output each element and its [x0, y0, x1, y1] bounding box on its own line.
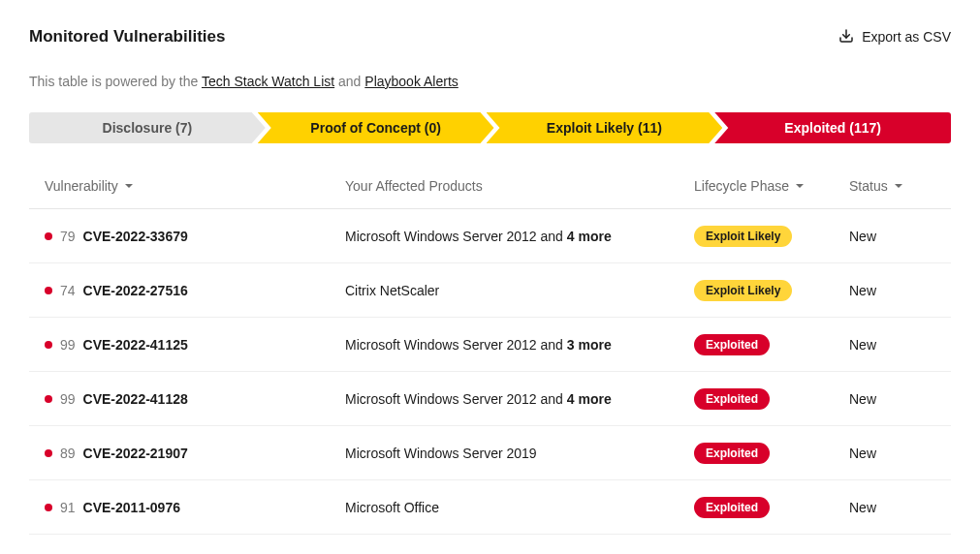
product-name: Microsoft Office [345, 500, 439, 515]
risk-score: 74 [60, 283, 76, 298]
badge-exploited: Exploited [694, 497, 770, 518]
tech-stack-link[interactable]: Tech Stack Watch List [202, 74, 334, 89]
lifecycle-cell: Exploited [694, 497, 849, 518]
status-cell: New [849, 229, 935, 244]
lifecycle-cell: Exploited [694, 334, 849, 355]
risk-score: 99 [60, 391, 76, 407]
severity-dot-icon [45, 287, 52, 294]
tab-exploit-likely[interactable]: Exploit Likely (11) [487, 112, 723, 143]
badge-exploited: Exploited [694, 388, 770, 410]
tab-likely-label: Exploit Likely (11) [547, 120, 662, 136]
table-body: 79CVE-2022-33679Microsoft Windows Server… [29, 209, 951, 535]
severity-dot-icon [45, 449, 52, 457]
page-header: Monitored Vulnerabilities Export as CSV [29, 27, 951, 46]
product-name: Citrix NetScaler [345, 283, 439, 298]
table-row[interactable]: 99CVE-2022-41128Microsoft Windows Server… [29, 372, 951, 426]
tab-disclosure[interactable]: Disclosure (7) [29, 112, 266, 143]
cve-id[interactable]: CVE-2022-41125 [83, 337, 188, 353]
product-more[interactable]: 4 more [567, 229, 612, 244]
export-label: Export as CSV [862, 29, 951, 45]
lifecycle-cell: Exploited [694, 443, 849, 464]
status-cell: New [849, 337, 935, 353]
badge-exploit-likely: Exploit Likely [694, 280, 792, 301]
cve-id[interactable]: CVE-2022-41128 [83, 391, 188, 407]
lifecycle-cell: Exploit Likely [694, 280, 849, 301]
table-row[interactable]: 74CVE-2022-27516Citrix NetScalerExploit … [29, 263, 951, 318]
vulnerability-cell: 91CVE-2011-0976 [45, 500, 345, 515]
badge-exploit-likely: Exploit Likely [694, 226, 792, 247]
subtext-mid: and [334, 74, 364, 89]
lifecycle-cell: Exploited [694, 388, 849, 410]
vulnerability-cell: 99CVE-2022-41128 [45, 391, 345, 407]
product-more[interactable]: 3 more [567, 337, 612, 353]
table-header: Vulnerability Your Affected Products Lif… [29, 163, 951, 209]
column-lifecycle[interactable]: Lifecycle Phase [694, 178, 849, 194]
tab-proof-of-concept[interactable]: Proof of Concept (0) [258, 112, 494, 143]
badge-exploited: Exploited [694, 334, 770, 355]
table-row[interactable]: 99CVE-2022-41125Microsoft Windows Server… [29, 318, 951, 372]
cve-id[interactable]: CVE-2022-33679 [83, 229, 188, 244]
status-cell: New [849, 500, 935, 515]
tab-disclosure-label: Disclosure (7) [103, 120, 193, 136]
risk-score: 79 [60, 229, 76, 244]
badge-exploited: Exploited [694, 443, 770, 464]
download-icon [838, 28, 854, 46]
column-products: Your Affected Products [345, 178, 694, 194]
cve-id[interactable]: CVE-2022-27516 [83, 283, 188, 298]
vulnerability-cell: 99CVE-2022-41125 [45, 337, 345, 353]
table-row[interactable]: 91CVE-2011-0976Microsoft OfficeExploited… [29, 480, 951, 535]
column-products-label: Your Affected Products [345, 178, 483, 194]
column-vulnerability-label: Vulnerability [45, 178, 118, 194]
severity-dot-icon [45, 395, 52, 403]
products-cell: Microsoft Windows Server 2012 and 3 more [345, 337, 694, 353]
export-csv-button[interactable]: Export as CSV [838, 28, 951, 46]
vulnerability-cell: 89CVE-2022-21907 [45, 446, 345, 461]
vulnerability-cell: 74CVE-2022-27516 [45, 283, 345, 298]
column-lifecycle-label: Lifecycle Phase [694, 178, 789, 194]
chevron-down-icon [894, 178, 903, 194]
cve-id[interactable]: CVE-2022-21907 [83, 446, 188, 461]
status-cell: New [849, 446, 935, 461]
status-cell: New [849, 391, 935, 407]
table-row[interactable]: 89CVE-2022-21907Microsoft Windows Server… [29, 426, 951, 480]
product-name: Microsoft Windows Server 2012 and [345, 337, 567, 353]
products-cell: Microsoft Windows Server 2019 [345, 446, 694, 461]
products-cell: Citrix NetScaler [345, 283, 694, 298]
severity-dot-icon [45, 232, 52, 240]
risk-score: 99 [60, 337, 76, 353]
column-status-label: Status [849, 178, 888, 194]
severity-dot-icon [45, 341, 52, 349]
table-row[interactable]: 79CVE-2022-33679Microsoft Windows Server… [29, 209, 951, 263]
column-status[interactable]: Status [849, 178, 935, 194]
products-cell: Microsoft Office [345, 500, 694, 515]
vulnerabilities-table: Vulnerability Your Affected Products Lif… [29, 163, 951, 535]
lifecycle-tabs: Disclosure (7) Proof of Concept (0) Expl… [29, 112, 951, 143]
risk-score: 89 [60, 446, 76, 461]
tab-exploited-label: Exploited (117) [784, 120, 881, 136]
chevron-down-icon [795, 178, 805, 194]
tab-poc-label: Proof of Concept (0) [310, 120, 441, 136]
cve-id[interactable]: CVE-2011-0976 [83, 500, 180, 515]
products-cell: Microsoft Windows Server 2012 and 4 more [345, 391, 694, 407]
product-more[interactable]: 4 more [567, 391, 612, 407]
vulnerability-cell: 79CVE-2022-33679 [45, 229, 345, 244]
lifecycle-cell: Exploit Likely [694, 226, 849, 247]
chevron-down-icon [124, 178, 134, 194]
tab-exploited[interactable]: Exploited (117) [714, 112, 951, 143]
product-name: Microsoft Windows Server 2019 [345, 446, 537, 461]
subtext: This table is powered by the Tech Stack … [29, 74, 951, 89]
subtext-prefix: This table is powered by the [29, 74, 202, 89]
product-name: Microsoft Windows Server 2012 and [345, 229, 567, 244]
column-vulnerability[interactable]: Vulnerability [45, 178, 345, 194]
risk-score: 91 [60, 500, 76, 515]
products-cell: Microsoft Windows Server 2012 and 4 more [345, 229, 694, 244]
severity-dot-icon [45, 504, 52, 511]
playbook-alerts-link[interactable]: Playbook Alerts [364, 74, 458, 89]
page-title: Monitored Vulnerabilities [29, 27, 225, 46]
product-name: Microsoft Windows Server 2012 and [345, 391, 567, 407]
status-cell: New [849, 283, 935, 298]
